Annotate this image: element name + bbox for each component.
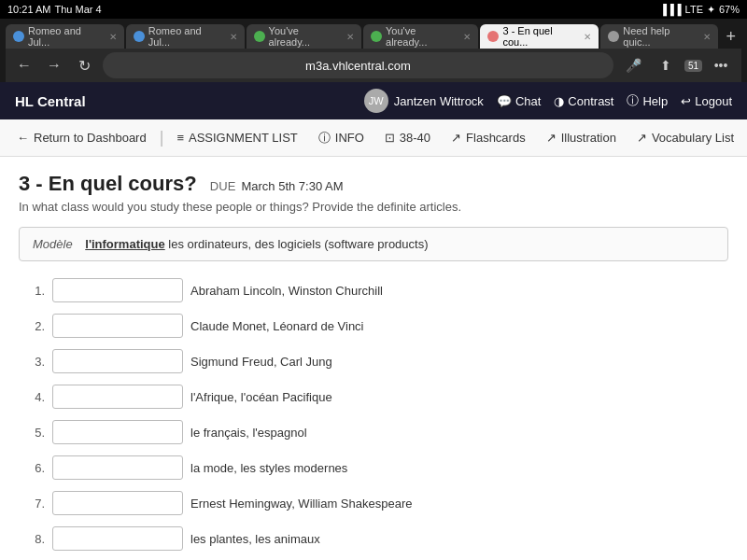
tab-close-5[interactable]: ✕: [584, 32, 591, 42]
item-number: 2.: [19, 319, 45, 333]
range-label: 38-40: [400, 131, 430, 145]
item-text-3: Sigmund Freud, Carl Jung: [190, 355, 332, 369]
modele-box: Modèle l'informatique les ordinateurs, d…: [19, 227, 728, 261]
microphone-icon[interactable]: 🎤: [621, 52, 647, 78]
item-text-6: la mode, les styles modernes: [190, 461, 347, 475]
exercise-item: 7. Ernest Hemingway, William Shakespeare: [19, 491, 728, 515]
browser-tab-6[interactable]: Need help quic... ✕: [600, 24, 718, 49]
tab-icon-3: [254, 31, 265, 42]
user-info: JW Jantzen Wittrock: [364, 89, 484, 113]
tab-close-2[interactable]: ✕: [230, 32, 237, 42]
exercise-item: 6. la mode, les styles modernes: [19, 455, 728, 480]
flashcards-link[interactable]: ↗ Flashcards: [442, 125, 535, 150]
item-number: 8.: [19, 532, 45, 546]
tab-icon-1: [13, 31, 24, 42]
tab-close-3[interactable]: ✕: [346, 32, 354, 42]
chat-link[interactable]: 💬 Chat: [497, 94, 541, 108]
chat-label: Chat: [515, 94, 541, 108]
logout-link[interactable]: ↩ Logout: [681, 94, 732, 108]
flashcards-icon: ↗: [451, 131, 461, 145]
tab-label-3: You've already...: [269, 25, 343, 48]
browser-tab-5[interactable]: 3 - En quel cou... ✕: [480, 24, 599, 49]
browser-tab-3[interactable]: You've already... ✕: [247, 24, 361, 49]
return-label: Return to Dashboard: [34, 131, 147, 145]
exercise-list: 1. Abraham Lincoln, Winston Churchill 2.…: [19, 278, 728, 560]
exercise-item: 1. Abraham Lincoln, Winston Churchill: [19, 278, 728, 302]
list-icon: ≡: [176, 131, 184, 145]
tab-count-badge: 51: [684, 60, 702, 72]
tab-icon-5: [487, 31, 499, 42]
exercise-item: 2. Claude Monet, Léonard de Vinci: [19, 314, 728, 338]
modele-word: l'informatique: [85, 237, 164, 251]
forward-button[interactable]: →: [43, 54, 65, 77]
tab-label-5: 3 - En quel cou...: [502, 25, 580, 48]
wifi-icon: ✦: [707, 4, 715, 16]
logout-label: Logout: [695, 94, 732, 108]
share-icon[interactable]: ⬆: [653, 52, 679, 78]
due-label: DUE: [210, 179, 235, 193]
return-icon: ←: [17, 131, 29, 145]
due-date: March 5th 7:30 AM: [241, 179, 343, 193]
item-input-1[interactable]: [52, 278, 183, 302]
item-text-2: Claude Monet, Léonard de Vinci: [190, 319, 364, 333]
help-link[interactable]: ⓘ Help: [627, 92, 668, 109]
exercise-item: 3. Sigmund Freud, Carl Jung: [19, 349, 728, 373]
modele-rest: les ordinateurs, des logiciels (software…: [168, 237, 428, 251]
vocabulary-list-link[interactable]: ↗ Vocabulary List: [627, 125, 743, 150]
address-bar: ← → ↻ 🎤 ⬆ 51 •••: [6, 49, 741, 82]
contrast-link[interactable]: ◑ Contrast: [554, 94, 613, 108]
assignment-list-link[interactable]: ≡ ASSIGNMENT LIST: [167, 125, 306, 150]
item-text-4: l'Afrique, l'océan Pacifique: [190, 390, 332, 404]
url-input[interactable]: [103, 52, 613, 78]
exercise-number: 3: [19, 172, 30, 195]
status-day: Thu Mar 4: [54, 4, 101, 15]
user-name: Jantzen Wittrock: [394, 94, 484, 108]
item-text-1: Abraham Lincoln, Winston Churchill: [190, 284, 383, 298]
tab-icon-6: [608, 31, 619, 42]
avatar: JW: [364, 89, 388, 113]
sub-nav: ← Return to Dashboard | ≡ ASSIGNMENT LIS…: [0, 119, 747, 157]
tab-close-4[interactable]: ✕: [463, 32, 471, 42]
exercise-title: 3 - En quel cours? DUE March 5th 7:30 AM: [19, 172, 728, 196]
item-input-7[interactable]: [52, 491, 183, 515]
vocabulary-list-label: Vocabulary List: [652, 131, 734, 145]
illustration-link[interactable]: ↗ Illustration: [537, 125, 626, 150]
tab-close-6[interactable]: ✕: [703, 32, 711, 42]
battery-label: 67%: [719, 4, 740, 15]
item-number: 1.: [19, 284, 45, 298]
more-options-icon[interactable]: •••: [708, 52, 734, 78]
header-actions: JW Jantzen Wittrock 💬 Chat ◑ Contrast ⓘ …: [364, 89, 732, 113]
reload-button[interactable]: ↻: [73, 54, 95, 77]
item-number: 7.: [19, 497, 45, 511]
range-link[interactable]: ⊡ 38-40: [375, 125, 440, 150]
item-input-4[interactable]: [52, 385, 183, 409]
range-icon: ⊡: [385, 131, 395, 145]
return-to-dashboard-link[interactable]: ← Return to Dashboard: [7, 125, 156, 150]
item-input-3[interactable]: [52, 349, 183, 373]
address-icons: 🎤 ⬆ 51 •••: [621, 52, 734, 78]
new-tab-button[interactable]: +: [720, 24, 741, 49]
app-header: HL Central JW Jantzen Wittrock 💬 Chat ◑ …: [0, 82, 747, 119]
item-input-8[interactable]: [52, 526, 183, 551]
browser-tab-2[interactable]: Romeo and Jul... ✕: [126, 24, 245, 49]
item-input-5[interactable]: [52, 420, 183, 444]
item-input-2[interactable]: [52, 314, 183, 338]
nav-divider-1: |: [158, 128, 166, 147]
tab-label-2: Romeo and Jul...: [148, 25, 226, 48]
help-icon: ⓘ: [627, 92, 639, 109]
item-number: 4.: [19, 390, 45, 404]
contrast-label: Contrast: [568, 94, 613, 108]
help-label: Help: [642, 94, 668, 108]
item-number: 3.: [19, 355, 45, 369]
info-link[interactable]: ⓘ INFO: [309, 124, 374, 152]
item-text-8: les plantes, les animaux: [190, 532, 320, 546]
status-time: 10:21 AM: [7, 4, 50, 15]
back-button[interactable]: ←: [13, 54, 35, 77]
tab-close-1[interactable]: ✕: [109, 32, 117, 42]
browser-tab-1[interactable]: Romeo and Jul... ✕: [6, 24, 124, 49]
info-icon: ⓘ: [318, 130, 331, 147]
item-input-6[interactable]: [52, 455, 183, 480]
browser-tab-4[interactable]: You've already... ✕: [363, 24, 478, 49]
tab-icon-4: [371, 31, 382, 42]
exercise-instruction: In what class would you study these peop…: [19, 200, 728, 214]
